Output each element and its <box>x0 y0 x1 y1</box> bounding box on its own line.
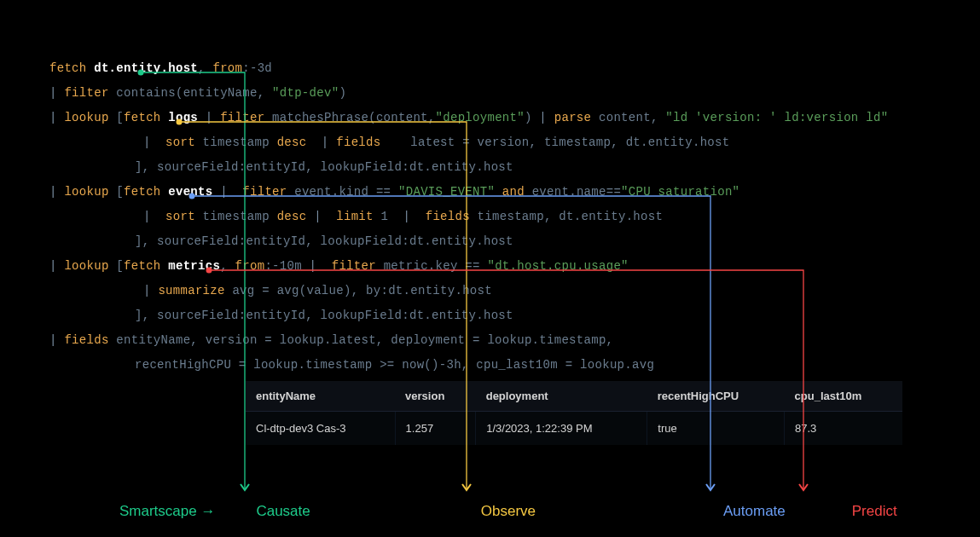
dql-code: fetch dt.entity.host, from:-3d | filter … <box>49 56 931 378</box>
automate-label: Automate <box>723 503 786 520</box>
causate-label: Causate <box>256 503 310 520</box>
th-deployment: deployment <box>476 381 647 412</box>
th-version: version <box>395 381 476 412</box>
result-table: entityName version deployment recentHigh… <box>246 381 902 445</box>
observe-label: Observe <box>481 503 536 520</box>
predict-label: Predict <box>852 503 897 520</box>
th-entityname: entityName <box>246 381 395 412</box>
th-cpulast10m: cpu_last10m <box>785 381 902 412</box>
smartscape-label: Smartscape → <box>119 503 215 520</box>
th-recenthighcpu: recentHighCPU <box>647 381 785 412</box>
table-header-row: entityName version deployment recentHigh… <box>246 381 902 412</box>
footer-labels: Smartscape → Causate Observe Automate Pr… <box>119 503 937 520</box>
table-row: Cl-dtp-dev3 Cas-3 1.257 1/3/2023, 1:22:3… <box>246 412 902 446</box>
